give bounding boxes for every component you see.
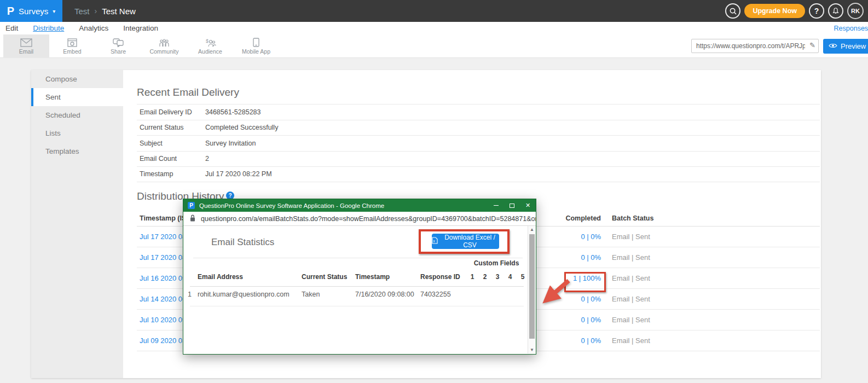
column-header-response-id: Response ID xyxy=(420,273,460,281)
batch-status: Email | Sent xyxy=(612,247,650,268)
app-root: P Surveys ▾ Test › Test New Upgrade Now … xyxy=(0,0,868,383)
row-response-id: 74032255 xyxy=(420,291,451,298)
search-icon[interactable] xyxy=(725,3,740,19)
column-header-custom-3: 3 xyxy=(494,273,501,281)
column-header-custom-4: 4 xyxy=(506,273,514,281)
user-avatar[interactable]: RK xyxy=(847,3,864,19)
edit-url-icon[interactable]: ✎ xyxy=(809,41,815,49)
tab-analytics[interactable]: Analytics xyxy=(79,24,108,32)
help-icon[interactable]: ? xyxy=(809,3,824,19)
email-statistics-window: P QuestionPro Online Survey Software App… xyxy=(183,199,536,355)
survey-url-input[interactable] xyxy=(691,39,819,53)
responses-count[interactable]: Responses: 1 xyxy=(834,22,868,34)
toolbar-item-label: Email xyxy=(19,48,33,55)
email-statistics-title: Email Statistics xyxy=(211,237,274,248)
popup-url: questionpro.com/a/emailBatchStats.do?mod… xyxy=(201,215,536,223)
toolbar-item-mobile-app[interactable]: Mobile App xyxy=(233,34,279,58)
survey-url-field-wrap: ✎ xyxy=(691,39,819,53)
completed-link[interactable]: 0 | 0% xyxy=(555,330,601,351)
surveys-menu-label: Surveys xyxy=(19,7,48,16)
preview-button-label: Preview xyxy=(841,42,866,50)
completed-link[interactable]: 0 | 0% xyxy=(555,227,601,247)
toolbar-item-audience[interactable]: $ Audience xyxy=(187,34,233,58)
batch-status: Email | Sent xyxy=(612,268,650,289)
popup-table-header: Email Address Current Status Timestamp R… xyxy=(183,273,536,285)
toolbar-item-email[interactable]: Email xyxy=(3,34,49,58)
sidebar-item-lists[interactable]: Lists xyxy=(31,124,123,142)
embed-icon xyxy=(67,38,77,47)
scroll-up-icon[interactable]: ▲ xyxy=(528,227,536,232)
row-status: Taken xyxy=(302,291,320,298)
column-header-email: Email Address xyxy=(198,273,243,281)
popup-body: Email Statistics x Download Excel / CSV … xyxy=(183,226,536,353)
preview-button[interactable]: Preview xyxy=(823,39,868,54)
divider xyxy=(190,306,524,306)
detail-label: Email Count xyxy=(137,155,205,163)
detail-row: Timestamp Jul 17 2020 08:22 PM xyxy=(137,166,820,182)
toolbar-items: Email Embed Share Community xyxy=(3,34,279,58)
detail-value: Completed Successfully xyxy=(205,124,278,131)
sidebar-item-templates[interactable]: Templates xyxy=(31,142,123,160)
window-controls: ✕ xyxy=(488,199,536,212)
column-header-completed: Completed xyxy=(555,214,601,222)
detail-label: Subject xyxy=(137,140,205,147)
popup-titlebar[interactable]: P QuestionPro Online Survey Software App… xyxy=(183,199,536,212)
detail-value: 2 xyxy=(205,155,209,163)
column-header-custom-5: 5 xyxy=(519,273,526,281)
minimize-icon[interactable] xyxy=(488,199,504,212)
breadcrumb-separator-icon: › xyxy=(95,7,97,15)
divider xyxy=(190,286,524,287)
column-header-status: Current Status xyxy=(302,273,347,281)
scroll-down-icon[interactable]: ▼ xyxy=(528,347,536,352)
divider xyxy=(193,258,523,258)
column-header-custom-1: 1 xyxy=(468,273,476,281)
recent-delivery-details: Email Delivery ID 3468561-5285283 Curren… xyxy=(137,104,820,182)
completed-link[interactable]: 0 | 0% xyxy=(555,247,601,268)
sidebar-item-compose[interactable]: Compose xyxy=(31,70,123,88)
svg-text:$: $ xyxy=(206,38,209,44)
popup-scrollbar[interactable]: ▲ ▼ xyxy=(528,226,536,353)
bell-icon[interactable] xyxy=(828,3,843,19)
batch-status: Email | Sent xyxy=(612,227,650,247)
sidebar-item-sent[interactable]: Sent xyxy=(31,88,123,106)
top-header: P Surveys ▾ Test › Test New Upgrade Now … xyxy=(0,0,868,22)
recent-delivery-title: Recent Email Delivery xyxy=(137,86,239,98)
detail-value: Jul 17 2020 08:22 PM xyxy=(205,170,272,178)
detail-value: 3468561-5285283 xyxy=(205,108,261,116)
detail-value: Survey Invitation xyxy=(205,140,256,147)
chevron-down-icon: ▾ xyxy=(53,8,55,14)
upgrade-now-button[interactable]: Upgrade Now xyxy=(744,4,805,18)
tab-edit[interactable]: Edit xyxy=(5,24,18,32)
completed-link[interactable]: 0 | 0% xyxy=(555,310,601,330)
eye-icon xyxy=(829,42,837,50)
close-icon[interactable]: ✕ xyxy=(520,199,536,212)
toolbar-item-label: Share xyxy=(111,48,126,55)
audience-icon: $ xyxy=(204,38,216,47)
detail-label: Email Delivery ID xyxy=(137,108,205,116)
row-timestamp: 7/16/2020 09:08:00 xyxy=(355,291,414,298)
toolbar-item-embed[interactable]: Embed xyxy=(49,34,95,58)
surveys-menu[interactable]: P Surveys ▾ xyxy=(0,0,62,22)
tab-distribute[interactable]: Distribute xyxy=(33,24,64,32)
email-sidebar: Compose Sent Scheduled Lists Templates xyxy=(31,70,123,378)
toolbar-item-community[interactable]: Community xyxy=(141,34,187,58)
batch-status: Email | Sent xyxy=(612,330,650,351)
popup-address-bar[interactable]: questionpro.com/a/emailBatchStats.do?mod… xyxy=(183,212,536,226)
breadcrumb: Test › Test New xyxy=(74,0,136,22)
tab-integration[interactable]: Integration xyxy=(123,24,158,32)
sidebar-item-scheduled[interactable]: Scheduled xyxy=(31,106,123,124)
detail-label: Timestamp xyxy=(137,170,205,178)
column-header-timestamp: Timestamp xyxy=(355,273,390,281)
toolbar-item-label: Embed xyxy=(63,48,81,55)
toolbar-item-share[interactable]: Share xyxy=(95,34,141,58)
maximize-icon[interactable] xyxy=(504,199,520,212)
scrollbar-thumb[interactable] xyxy=(529,234,535,339)
toolbar-item-label: Audience xyxy=(198,48,222,55)
share-icon xyxy=(113,38,124,47)
header-actions: Upgrade Now ? RK xyxy=(725,0,864,22)
detail-row: Email Count 2 xyxy=(137,151,820,167)
questionpro-logo-icon: P xyxy=(7,5,14,16)
batch-status: Email | Sent xyxy=(612,310,650,330)
community-icon xyxy=(159,38,170,47)
breadcrumb-parent[interactable]: Test xyxy=(74,7,90,16)
